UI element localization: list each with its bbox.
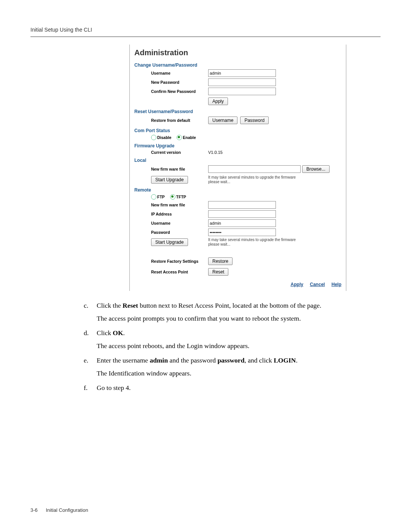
step-f: f. Go to step 4. (84, 382, 365, 393)
section-change-password: Change Username/Password (134, 62, 341, 68)
label-confirm-password: Confirm New Password (134, 89, 208, 94)
reset-password-button[interactable]: Password (240, 117, 269, 124)
new-password-input[interactable] (208, 78, 276, 86)
remote-upgrade-hint: It may take several minutes to upgrade t… (208, 238, 299, 247)
browse-button[interactable]: Browse... (302, 165, 330, 173)
section-com-port: Com Port Status (134, 128, 341, 133)
footer-help-link[interactable]: Help (331, 282, 341, 287)
footer-apply-link[interactable]: Apply (291, 282, 303, 287)
ip-address-input[interactable] (208, 210, 276, 218)
restore-factory-button[interactable]: Restore (208, 257, 233, 265)
local-start-upgrade-button[interactable]: Start Upgrade (151, 176, 188, 184)
current-version-value: V1.0.15 (208, 150, 223, 155)
instruction-list: c. Click the Reset button next to Reset … (84, 300, 365, 393)
section-local: Local (134, 158, 341, 163)
remote-file-input[interactable] (208, 201, 276, 209)
reset-username-button[interactable]: Username (208, 117, 237, 124)
remote-ftp-radio[interactable] (151, 194, 156, 200)
section-firmware: Firmware Upgrade (134, 143, 341, 149)
footer-section: Initial Configuration (46, 507, 88, 513)
com-disable-label: Disable (157, 135, 171, 140)
confirm-password-input[interactable] (208, 88, 276, 95)
label-current-version: Current version (134, 150, 208, 155)
admin-screenshot: Administration Change Username/Password … (129, 45, 346, 291)
com-disable-radio[interactable] (151, 135, 156, 140)
running-header: Initial Setup Using the CLI (30, 27, 381, 37)
label-restore-default: Restore from default (134, 118, 208, 123)
remote-ftp-label: FTP (157, 195, 165, 199)
label-remote-file: New firm ware file (134, 203, 208, 207)
reset-ap-button[interactable]: Reset (208, 268, 228, 276)
label-new-password: New Password (134, 80, 208, 85)
com-enable-label: Enable (183, 135, 196, 140)
remote-tftp-label: TFTP (176, 195, 186, 199)
page-number: 3-6 (30, 507, 38, 513)
local-upgrade-hint: It may take several minutes to upgrade t… (208, 175, 299, 184)
apply-password-button[interactable]: Apply (208, 97, 228, 105)
label-local-file: New firm ware file (134, 167, 208, 171)
remote-tftp-radio[interactable] (170, 194, 175, 200)
label-username: Username (134, 71, 208, 75)
step-d: d. Click OK. The access point reboots, a… (84, 328, 365, 351)
username-input[interactable] (208, 69, 276, 77)
label-ip-address: IP Address (134, 212, 208, 216)
remote-username-input[interactable] (208, 219, 276, 227)
page-footer: 3-6 Initial Configuration (30, 507, 88, 513)
section-remote: Remote (134, 187, 341, 193)
local-file-input[interactable] (208, 165, 301, 173)
label-remote-password: Password (134, 230, 208, 235)
footer-cancel-link[interactable]: Cancel (310, 282, 325, 287)
step-e: e. Enter the username admin and the pass… (84, 355, 365, 379)
section-reset-password: Reset Username/Password (134, 109, 341, 114)
label-restore-factory: Restore Factory Settings (134, 259, 208, 264)
label-reset-ap: Reset Access Point (134, 270, 208, 274)
page-title: Administration (134, 48, 341, 57)
remote-start-upgrade-button[interactable]: Start Upgrade (151, 238, 188, 246)
label-remote-username: Username (134, 221, 208, 225)
remote-password-input[interactable] (208, 228, 276, 236)
panel-footer-links: Apply Cancel Help (134, 282, 341, 287)
com-enable-radio[interactable] (177, 135, 182, 140)
step-c: c. Click the Reset button next to Reset … (84, 300, 365, 324)
